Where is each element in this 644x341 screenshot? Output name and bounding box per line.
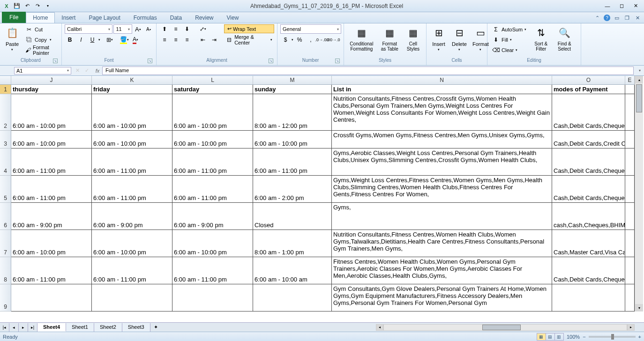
cell-5-N[interactable]: Gyms,Weight Loss Centres,Fitness Centres… [332,176,552,203]
decrease-indent-button[interactable]: ⇤ [198,35,208,44]
minimize-ribbon-button[interactable]: ⌃ [593,14,601,22]
tab-review[interactable]: Review [188,13,220,23]
vscroll[interactable]: ▴▾ [635,76,643,311]
fx-icon[interactable]: fx [93,68,102,74]
orientation-button[interactable]: ⤢▾ [198,24,208,34]
row-header-3[interactable]: 3 [0,131,11,148]
cell-styles-button[interactable]: ▦Cell Styles [403,24,423,58]
underline-dropdown[interactable]: ▾ [98,38,100,42]
underline-button[interactable]: U [87,35,97,44]
col-header-M[interactable]: M [253,76,332,85]
cell-6-M[interactable]: Closed [253,203,332,230]
sort-filter-button[interactable]: ⇅Sort & Filter [530,24,552,58]
sheet-tab-sheet4[interactable]: Sheet4 [37,323,66,332]
vscroll-thumb[interactable] [636,84,642,112]
wrap-text-button[interactable]: ↩Wrap Text [224,24,274,33]
cell-9-J[interactable] [11,284,92,311]
font-color-button[interactable]: A▾ [130,35,141,44]
row-header-1[interactable]: 1 [0,85,11,94]
tab-file[interactable]: File [2,12,26,23]
hscroll-track[interactable] [383,324,627,331]
find-select-button[interactable]: 🔍Find & Select [554,24,575,58]
expand-formula-bar[interactable]: ▾ [636,68,644,73]
cell-4-L[interactable]: 6:00 am - 11:00 pm [172,148,253,176]
cell-1-J[interactable]: thursday [11,85,92,94]
cell-4-P[interactable] [625,148,635,176]
zoom-slider[interactable] [589,336,636,338]
cell-2-L[interactable]: 6:00 am - 10:00 pm [172,94,253,131]
cell-8-K[interactable]: 6:00 am - 11:00 pm [92,257,172,284]
cell-6-L[interactable]: 6:00 am - 9:00 pm [172,203,253,230]
fill-button[interactable]: ⬇Fill▾ [490,35,528,45]
excel-icon[interactable]: X [2,1,11,11]
cell-4-N[interactable]: Gyms,Aerobic Classes,Weight Loss Centres… [332,148,552,176]
page-break-view-button[interactable]: ▥ [554,333,564,341]
col-header-K[interactable]: K [92,76,172,85]
fill-color-button[interactable]: 🪣▾ [119,35,129,44]
cell-5-L[interactable]: 6:00 am - 11:00 pm [172,176,253,203]
number-dialog-launcher[interactable]: ↘ [335,59,340,63]
cut-button[interactable]: ✂Cut [23,24,59,35]
cell-6-J[interactable]: 6:00 am - 9:00 pm [11,203,92,230]
autosum-button[interactable]: ΣAutoSum▾ [490,24,528,35]
formula-bar[interactable]: Full Name [102,67,634,75]
cell-6-N[interactable]: Gyms, [332,203,552,230]
alignment-dialog-launcher[interactable]: ↘ [269,59,273,63]
name-box[interactable]: A1▾ [14,67,71,74]
zoom-in-button[interactable]: + [638,334,641,340]
accounting-format-button[interactable]: $ [280,35,291,44]
cell-1-K[interactable]: friday [92,85,172,94]
hscroll-thumb[interactable] [482,325,521,330]
cell-1-L[interactable]: saturday [172,85,253,94]
zoom-slider-knob[interactable] [611,334,614,340]
cell-1-P[interactable] [625,85,635,94]
cell-3-M[interactable]: 6:00 am - 10:00 pm [253,131,332,148]
cell-3-L[interactable]: 6:00 am - 10:00 pm [172,131,253,148]
cell-3-O[interactable]: Cash,Debit Cards,Credit C [552,131,625,148]
cell-7-K[interactable]: 6:00 am - 10:00 pm [92,230,172,257]
select-all-button[interactable] [0,76,11,85]
align-middle-button[interactable]: ≡ [171,24,181,34]
cell-4-J[interactable]: 6:00 am - 11:00 pm [11,148,92,176]
row-header-5[interactable]: 5 [0,176,11,203]
sheet-tab-sheet2[interactable]: Sheet2 [94,323,122,332]
zoom-level[interactable]: 100% [567,334,580,340]
col-header-J[interactable]: J [11,76,92,85]
cell-6-P[interactable] [625,203,635,230]
align-center-button[interactable]: ≡ [171,35,181,44]
vscroll-down[interactable]: ▾ [635,304,643,311]
cancel-formula-button[interactable]: ✕ [73,67,82,75]
cell-9-K[interactable] [92,284,172,311]
col-header-N[interactable]: N [332,76,552,85]
decrease-decimal-button[interactable]: .00→.0 [328,35,338,44]
cell-5-M[interactable]: 6:00 am - 2:00 pm [253,176,332,203]
bold-button[interactable]: B [65,35,75,44]
cell-2-M[interactable]: 8:00 am - 12:00 pm [253,94,332,131]
number-format-dropdown[interactable]: General▾ [280,24,341,34]
cell-7-L[interactable]: 6:00 am - 10:00 pm [172,230,253,257]
merge-center-button[interactable]: ⊟Merge & Center▾ [224,35,274,45]
zoom-out-button[interactable]: − [583,334,585,340]
cell-1-O[interactable]: modes of Payment [552,85,625,94]
tab-formulas[interactable]: Formulas [127,13,164,23]
cell-5-J[interactable]: 6:00 am - 11:00 pm [11,176,92,203]
cell-5-P[interactable] [625,176,635,203]
font-size-dropdown[interactable]: 11▾ [113,24,132,34]
row-header-9[interactable]: 9 [0,284,11,311]
conditional-formatting-button[interactable]: ▦Conditional Formatting [347,24,376,58]
cell-9-P[interactable] [625,284,635,311]
hscroll-right[interactable]: ▸ [627,324,635,331]
row-header-8[interactable]: 8 [0,257,11,284]
align-bottom-button[interactable]: ⬇ [182,24,192,34]
sheet-tab-sheet3[interactable]: Sheet3 [122,323,150,332]
cell-2-P[interactable] [625,94,635,131]
tab-view[interactable]: View [220,13,246,23]
cell-6-K[interactable]: 6:00 am - 9:00 pm [92,203,172,230]
vscroll-up[interactable]: ▴ [635,76,643,83]
cell-2-K[interactable]: 6:00 am - 10:00 pm [92,94,172,131]
cell-2-O[interactable]: Cash,Debit Cards,Cheque [552,94,625,131]
insert-cells-button[interactable]: ⊞Insert▾ [429,24,448,58]
cell-2-N[interactable]: Nutrition Consultants,Fitness Centres,Cr… [332,94,552,131]
cell-8-J[interactable]: 6:00 am - 11:00 pm [11,257,92,284]
col-header-E[interactable]: E [625,76,635,85]
